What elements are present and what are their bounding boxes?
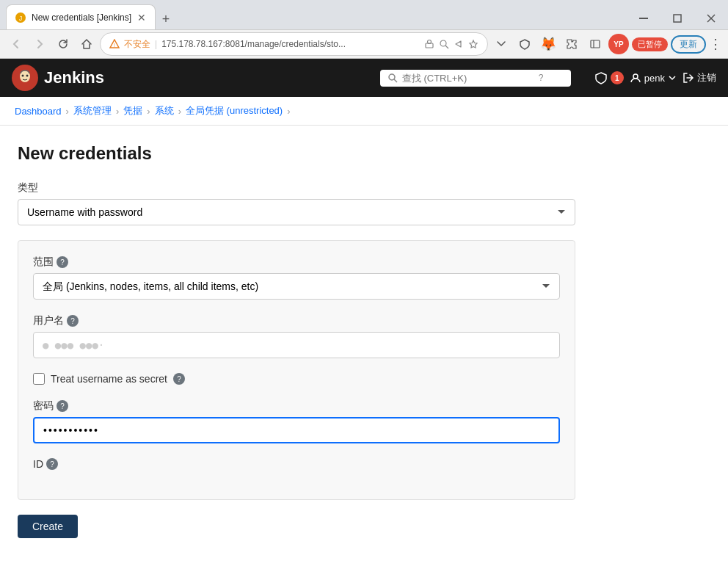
svg-rect-11 <box>591 40 600 48</box>
home-button[interactable] <box>76 34 97 54</box>
username-input[interactable] <box>33 332 560 358</box>
separator: | <box>155 39 157 49</box>
svg-rect-2 <box>639 18 648 19</box>
key-icon <box>424 39 434 49</box>
jenkins-logo: Jenkins <box>12 65 104 91</box>
yp-profile-button[interactable]: YP <box>608 34 629 54</box>
create-button[interactable]: Create <box>18 515 78 538</box>
navigation-bar: ! 不安全 | 175.178.78.167:8081/manage/crede… <box>0 29 728 59</box>
svg-line-10 <box>445 46 448 48</box>
user-icon <box>630 72 641 84</box>
svg-point-17 <box>389 74 395 80</box>
logout-button[interactable]: 注销 <box>682 71 716 84</box>
update-button[interactable]: 更新 <box>671 35 706 54</box>
browser-toolbar: 🦊 YP 已暂停 更新 ⋮ <box>491 34 722 54</box>
type-field-group: 类型 Username with password <box>18 181 575 225</box>
breadcrumb-global-credentials[interactable]: 全局凭据 (unrestricted) <box>186 104 283 117</box>
header-icons: 1 penk 注销 <box>594 71 716 84</box>
password-field-group: 密码 ? <box>33 399 560 443</box>
chevron-down-icon <box>668 73 677 82</box>
id-label: ID ? <box>33 458 560 470</box>
restore-button[interactable] <box>660 7 694 29</box>
search-help-icon[interactable]: ? <box>539 73 544 83</box>
username-field-group: 用户名 ? <box>33 314 560 358</box>
treat-username-checkbox[interactable] <box>33 373 45 385</box>
jenkins-logo-icon <box>12 65 38 91</box>
svg-point-15 <box>22 75 24 77</box>
fox-icon[interactable]: 🦊 <box>538 34 558 54</box>
shield-icon[interactable] <box>514 34 535 54</box>
yp-label: YP <box>614 40 623 48</box>
main-content: New credentials 类型 Username with passwor… <box>0 126 728 556</box>
password-help-icon[interactable]: ? <box>57 400 68 412</box>
scope-select[interactable]: 全局 (Jenkins, nodes, items, all child ite… <box>33 273 560 300</box>
puzzle-icon[interactable] <box>561 34 582 54</box>
treat-username-help-icon[interactable]: ? <box>173 373 185 385</box>
more-menu-button[interactable]: ⋮ <box>709 36 722 52</box>
jenkins-logo-text: Jenkins <box>44 68 104 87</box>
username-help-icon[interactable]: ? <box>67 315 79 327</box>
tab-close-button[interactable]: ✕ <box>137 12 146 23</box>
scope-field-group: 范围 ? 全局 (Jenkins, nodes, items, all chil… <box>33 255 560 300</box>
address-bar[interactable]: ! 不安全 | 175.178.78.167:8081/manage/crede… <box>100 32 488 56</box>
password-label: 密码 ? <box>33 399 560 413</box>
forward-button[interactable] <box>29 34 50 54</box>
type-label: 类型 <box>18 181 575 195</box>
credentials-form: 类型 Username with password 范围 ? 全局 (Jenki… <box>18 181 575 538</box>
credentials-detail-form: 范围 ? 全局 (Jenkins, nodes, items, all chil… <box>18 240 575 500</box>
svg-point-19 <box>633 74 638 79</box>
svg-text:!: ! <box>114 43 115 48</box>
search-input[interactable] <box>402 73 534 84</box>
treat-username-row: Treat username as secret ? <box>33 373 560 385</box>
svg-point-16 <box>26 75 29 77</box>
tab-title: New credentials [Jenkins] <box>32 12 131 23</box>
id-help-icon[interactable]: ? <box>46 458 58 470</box>
star-icon <box>468 39 478 49</box>
type-select[interactable]: Username with password <box>18 199 575 225</box>
address-text: 175.178.78.167:8081/manage/credentials/s… <box>161 39 420 49</box>
paused-badge[interactable]: 已暂停 <box>632 37 668 51</box>
page-title: New credentials <box>18 143 710 164</box>
svg-line-18 <box>394 79 397 82</box>
share-icon <box>454 39 464 49</box>
security-warning-label: 不安全 <box>124 38 150 51</box>
tab-favicon: J <box>15 12 26 23</box>
user-menu[interactable]: penk <box>630 72 677 84</box>
back-button[interactable] <box>6 34 26 54</box>
security-alerts[interactable]: 1 <box>594 71 624 84</box>
refresh-button[interactable] <box>53 34 73 54</box>
security-count-badge: 1 <box>611 71 624 84</box>
treat-username-label: Treat username as secret <box>51 373 167 385</box>
password-input[interactable] <box>33 417 560 443</box>
svg-text:J: J <box>19 15 23 22</box>
security-shield-icon <box>594 71 608 84</box>
logout-icon <box>682 72 694 84</box>
svg-rect-3 <box>674 15 681 22</box>
search-icon <box>439 39 449 49</box>
new-tab-button[interactable]: + <box>156 9 176 29</box>
jenkins-app: Jenkins ? 1 penk 注销 Dashboard › <box>0 59 728 569</box>
dropdown-icon[interactable] <box>491 34 512 54</box>
breadcrumb-system-admin[interactable]: 系统管理 <box>73 104 112 117</box>
breadcrumb-dashboard[interactable]: Dashboard <box>15 106 62 117</box>
scope-help-icon[interactable]: ? <box>57 256 68 268</box>
breadcrumb-credentials[interactable]: 凭据 <box>123 104 142 117</box>
user-name-label: penk <box>644 73 665 84</box>
header-search-icon <box>387 73 398 83</box>
sidebar-icon[interactable] <box>585 34 605 54</box>
svg-point-9 <box>440 40 446 46</box>
id-field-group: ID ? <box>33 458 560 470</box>
username-label: 用户名 ? <box>33 314 560 327</box>
jenkins-header: Jenkins ? 1 penk 注销 <box>0 59 728 97</box>
minimize-button[interactable] <box>627 7 660 29</box>
close-button[interactable] <box>694 7 728 29</box>
breadcrumb-system[interactable]: 系统 <box>155 104 174 117</box>
warning-icon: ! <box>109 39 120 49</box>
scope-label: 范围 ? <box>33 255 560 269</box>
breadcrumb: Dashboard › 系统管理 › 凭据 › 系统 › 全局凭据 (unres… <box>0 97 728 126</box>
header-search-box[interactable]: ? <box>380 70 571 87</box>
browser-tab[interactable]: J New credentials [Jenkins] ✕ <box>6 4 156 29</box>
